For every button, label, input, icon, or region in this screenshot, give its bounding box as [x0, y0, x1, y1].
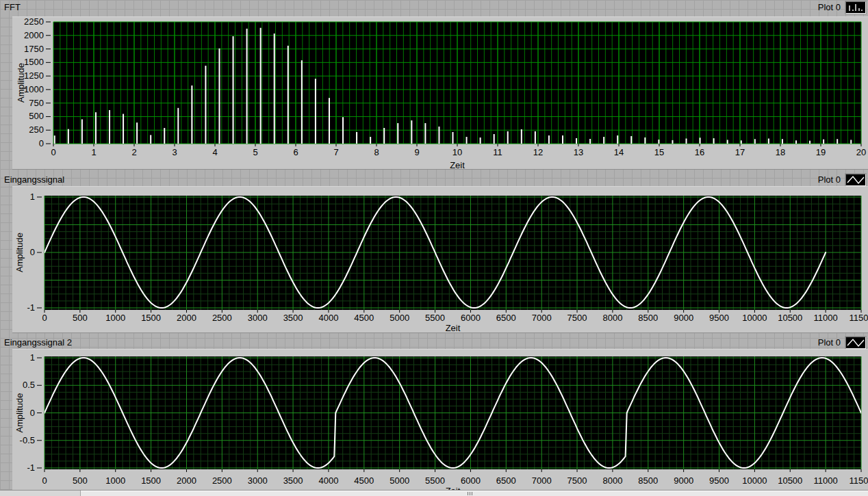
legend-eingangssignal[interactable]: Plot 0 — [818, 173, 866, 186]
svg-text:2: 2 — [131, 147, 136, 157]
svg-text:-1: -1 — [27, 302, 35, 313]
svg-text:9000: 9000 — [674, 313, 693, 323]
svg-text:-1: -1 — [27, 462, 35, 473]
svg-text:7000: 7000 — [532, 475, 552, 486]
svg-text:0: 0 — [51, 147, 55, 157]
svg-text:13: 13 — [574, 147, 583, 157]
svg-text:6: 6 — [293, 147, 298, 157]
svg-text:Amplitude: Amplitude — [14, 233, 25, 272]
svg-text:Zeit: Zeit — [446, 323, 461, 332]
svg-text:500: 500 — [29, 111, 44, 121]
svg-text:0.5: 0.5 — [23, 380, 35, 390]
svg-text:4: 4 — [212, 147, 217, 157]
legend-plot-label: Plot 0 — [818, 337, 841, 348]
fft-graph-plot-area[interactable]: 0123456789101112131415161718192002505007… — [12, 16, 868, 170]
legend-plot-label: Plot 0 — [818, 174, 841, 185]
svg-text:17: 17 — [735, 147, 745, 157]
svg-text:0: 0 — [42, 475, 47, 486]
svg-text:9500: 9500 — [709, 313, 729, 323]
graph-title-fft: FFT — [4, 2, 21, 12]
scrollbar-grip[interactable] — [468, 492, 472, 495]
svg-text:5000: 5000 — [390, 475, 409, 486]
svg-text:Amplitude: Amplitude — [14, 393, 25, 433]
svg-text:19: 19 — [816, 147, 826, 157]
svg-text:6000: 6000 — [461, 475, 481, 486]
scrollbar-track-left[interactable] — [0, 491, 81, 496]
svg-text:3000: 3000 — [248, 475, 268, 486]
svg-text:750: 750 — [29, 98, 44, 108]
svg-text:7500: 7500 — [567, 313, 587, 323]
svg-text:12: 12 — [533, 147, 543, 157]
svg-text:3000: 3000 — [248, 313, 268, 323]
svg-text:0: 0 — [30, 408, 35, 418]
graph-title-eingangssignal-2: Eingangssignal 2 — [4, 337, 72, 348]
svg-text:4000: 4000 — [318, 475, 338, 486]
svg-text:1000: 1000 — [105, 313, 125, 323]
svg-text:11500: 11500 — [849, 475, 868, 486]
svg-text:11500: 11500 — [849, 313, 868, 323]
svg-text:7000: 7000 — [532, 313, 552, 323]
legend-plot-label: Plot 0 — [818, 2, 841, 12]
svg-text:1250: 1250 — [24, 70, 44, 81]
svg-text:2250: 2250 — [24, 17, 44, 27]
line-plot-icon — [845, 337, 866, 349]
line-plot-icon — [845, 174, 866, 186]
svg-text:10500: 10500 — [778, 313, 802, 323]
svg-text:Amplitude: Amplitude — [16, 63, 26, 103]
svg-text:5500: 5500 — [425, 475, 445, 486]
svg-text:20: 20 — [856, 147, 866, 157]
svg-text:-0.5: -0.5 — [20, 435, 35, 445]
eingangssignal-2-graph-plot-area[interactable]: 0500100015002000250030003500400045005000… — [12, 349, 868, 496]
svg-text:1500: 1500 — [141, 475, 161, 486]
svg-text:9000: 9000 — [674, 475, 693, 486]
svg-text:11: 11 — [493, 147, 502, 157]
svg-text:11000: 11000 — [814, 313, 838, 323]
svg-text:4500: 4500 — [354, 475, 374, 486]
svg-text:7500: 7500 — [567, 475, 587, 486]
horizontal-scrollbar[interactable] — [0, 490, 868, 496]
svg-text:9: 9 — [414, 147, 419, 157]
svg-text:1500: 1500 — [24, 57, 44, 67]
svg-text:7: 7 — [333, 147, 338, 157]
eingangssignal-graph-plot-area[interactable]: 0500100015002000250030003500400045005000… — [12, 186, 868, 333]
svg-text:15: 15 — [654, 147, 664, 157]
svg-text:4500: 4500 — [354, 313, 374, 323]
svg-text:8000: 8000 — [602, 475, 622, 486]
svg-text:10000: 10000 — [742, 313, 767, 323]
svg-text:1: 1 — [30, 352, 35, 363]
svg-text:16: 16 — [695, 147, 704, 157]
svg-text:6500: 6500 — [496, 475, 516, 486]
svg-text:250: 250 — [29, 125, 44, 135]
svg-text:1000: 1000 — [105, 475, 125, 486]
bar-plot-icon — [845, 1, 866, 14]
svg-text:10: 10 — [452, 147, 462, 157]
svg-text:9500: 9500 — [709, 475, 729, 486]
svg-text:500: 500 — [73, 313, 88, 323]
svg-text:0: 0 — [39, 138, 44, 148]
svg-text:0: 0 — [30, 247, 35, 257]
svg-text:3500: 3500 — [283, 313, 303, 323]
svg-text:2000: 2000 — [177, 475, 196, 486]
svg-text:1: 1 — [91, 147, 96, 157]
svg-text:6500: 6500 — [496, 313, 516, 323]
svg-text:0: 0 — [42, 313, 47, 323]
svg-text:8000: 8000 — [602, 313, 622, 323]
svg-text:1000: 1000 — [24, 84, 44, 94]
svg-text:6000: 6000 — [461, 313, 481, 323]
svg-text:10000: 10000 — [742, 475, 767, 486]
svg-text:500: 500 — [73, 475, 88, 486]
graph-title-eingangssignal: Eingangssignal — [4, 174, 64, 185]
svg-text:2500: 2500 — [212, 313, 232, 323]
legend-eingangssignal-2[interactable]: Plot 0 — [818, 336, 866, 349]
svg-text:18: 18 — [776, 147, 785, 157]
svg-text:3: 3 — [172, 147, 177, 157]
svg-text:2500: 2500 — [212, 475, 232, 486]
svg-text:8500: 8500 — [638, 313, 658, 323]
svg-text:Zeit: Zeit — [450, 160, 465, 169]
svg-text:3500: 3500 — [283, 475, 303, 486]
svg-text:1: 1 — [30, 192, 35, 202]
svg-text:1500: 1500 — [141, 313, 161, 323]
legend-fft[interactable]: Plot 0 — [818, 1, 866, 14]
svg-text:8: 8 — [374, 147, 379, 157]
svg-text:10500: 10500 — [778, 475, 802, 486]
